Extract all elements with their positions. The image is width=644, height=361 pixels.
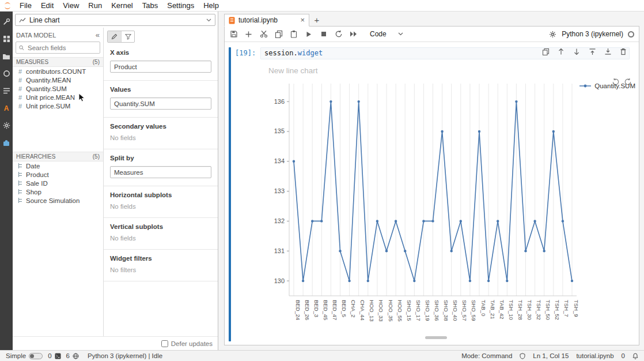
file-browser-folder-icon[interactable] [2,52,11,61]
kernel-status-text[interactable]: Python 3 (ipykernel) | Idle [88,352,162,359]
settings-gear-icon[interactable] [2,121,11,130]
measure-item[interactable]: #Unit price.MEAN [13,93,103,101]
config-sections: X axisProductValuesQuantity.SUMSecondary… [104,44,218,281]
menu-file[interactable]: File [15,0,36,11]
config-section-secondary-values: Secondary valuesNo fields [104,118,218,149]
delete-cell-trash-button[interactable] [619,47,627,55]
terminals-indicator[interactable]: 0 [48,352,60,359]
defer-updates-checkbox[interactable] [161,340,168,347]
search-fields-input[interactable] [26,44,97,52]
config-value-values[interactable]: Quantity.SUM [110,97,211,110]
scrollbar-thumb[interactable] [425,336,447,339]
config-label-values: Values [110,86,211,93]
move-cell-down-button[interactable] [573,47,581,55]
table-of-contents-icon[interactable] [2,87,11,95]
copy-cells-button[interactable] [274,30,283,39]
insert-cell-above-button[interactable] [588,47,596,55]
insert-cell-button[interactable] [244,30,253,39]
atoti-icon[interactable]: A [2,104,11,112]
measure-item[interactable]: #Quantity.SUM [13,84,103,93]
kernel-status-indicator [628,31,634,37]
paste-cells-button[interactable] [289,30,298,39]
hierarchy-item[interactable]: Shop [13,187,103,196]
restart-run-all-button[interactable] [349,30,358,39]
config-value-split-by[interactable]: Measures [110,166,211,178]
svg-text:HOO_35: HOO_35 [388,300,394,322]
collapse-panel-icon[interactable]: « [96,31,100,39]
terminal-icon [55,353,61,359]
measure-item[interactable]: #contributors.COUNT [13,67,103,76]
bell-icon[interactable] [632,353,638,359]
hierarchy-item[interactable]: Sale ID [13,179,103,187]
config-value-vertical-subplots: No fields [110,235,211,242]
svg-text:SHO_59: SHO_59 [471,300,477,321]
menu-view[interactable]: View [58,0,84,11]
field-label: Quantity.SUM [26,85,67,92]
line-chart[interactable]: 130131132133134135136BED_24BED_26BED_3BE… [263,78,585,337]
measures-section-header[interactable]: MEASURES (5) [13,57,103,67]
kernel-name[interactable]: Python 3 (ipykernel) [562,30,623,38]
globe-icon [73,353,79,359]
components-icon[interactable] [2,35,11,43]
chart-type-select[interactable]: Line chart [15,14,215,26]
duplicate-cell-button[interactable] [541,47,550,55]
menu-run[interactable]: Run [84,0,107,11]
chevron-down-icon [206,18,211,22]
close-tab-icon[interactable]: × [300,17,305,23]
cut-cells-button[interactable] [259,30,268,39]
notebook-icon [229,17,235,24]
hierarchy-item[interactable]: Source Simulation [13,196,103,205]
measure-item[interactable]: #Quantity.MEAN [13,76,103,84]
svg-text:TSH_9: TSH_9 [573,300,579,317]
pencil-icon [111,33,118,40]
insert-cell-below-button[interactable] [604,47,612,55]
activity-bar: A [0,12,13,350]
svg-text:TSH_7: TSH_7 [563,300,570,317]
config-value-horizontal-subplots: No fields [110,203,211,210]
code-plain: session. [264,49,298,57]
run-cell-button[interactable] [304,30,313,39]
svg-text:SHO_40: SHO_40 [452,300,459,321]
svg-text:134: 134 [274,157,285,164]
tab-tutorial-ipynb[interactable]: tutorial.ipynb × [224,14,309,27]
simple-mode-toggle[interactable] [29,353,43,359]
cell-main: [19]: session.widget [235,47,637,341]
hierarchies-section-header[interactable]: HIERARCHIES (5) [13,152,103,161]
hierarchy-item[interactable]: Product [13,170,103,179]
tools-icon[interactable] [2,17,11,26]
tab-filters[interactable] [121,31,134,42]
config-label-widget-filters: Widget filters [110,255,211,262]
new-tab-button[interactable]: + [309,14,324,26]
restart-kernel-button[interactable] [334,30,343,39]
hierarchy-item[interactable]: Date [13,161,103,170]
legend-label: Quantity.SUM [594,82,635,89]
menu-edit[interactable]: Edit [36,0,58,11]
tab-fields-edit[interactable] [108,31,121,42]
legend-marker-icon [579,83,592,89]
menu-tabs[interactable]: Tabs [138,0,162,11]
measure-item[interactable]: #Unit price.SUM [13,101,103,110]
move-cell-up-button[interactable] [557,47,565,55]
save-button[interactable] [229,30,238,39]
config-value-x-axis[interactable]: Product [110,61,211,73]
interrupt-kernel-button[interactable] [319,30,328,39]
menu-kernel[interactable]: Kernel [107,0,138,11]
config-tabs [107,31,135,43]
cell-type-select[interactable]: Code [368,30,406,38]
kernel-settings-gear-icon[interactable] [548,30,557,39]
defer-updates-row: Defer updates [13,336,218,350]
config-label-secondary-values: Secondary values [110,123,211,130]
cursor-position[interactable]: Ln 1, Col 15 [533,352,569,359]
main-row: A Line chart DATA MO [0,12,644,350]
running-sessions-icon[interactable] [2,69,11,78]
field-label: Source Simulation [26,197,79,204]
extensions-puzzle-icon[interactable] [2,138,11,147]
field-label: Shop [26,189,41,195]
menu-settings[interactable]: Settings [162,0,199,11]
svg-text:133: 133 [274,187,285,194]
cell-collapser-bar[interactable] [229,47,231,341]
legend-item[interactable]: Quantity.SUM [579,82,635,89]
search-fields-box[interactable] [16,42,100,54]
menu-help[interactable]: Help [199,0,223,11]
kernels-indicator[interactable]: 6 [66,352,79,359]
